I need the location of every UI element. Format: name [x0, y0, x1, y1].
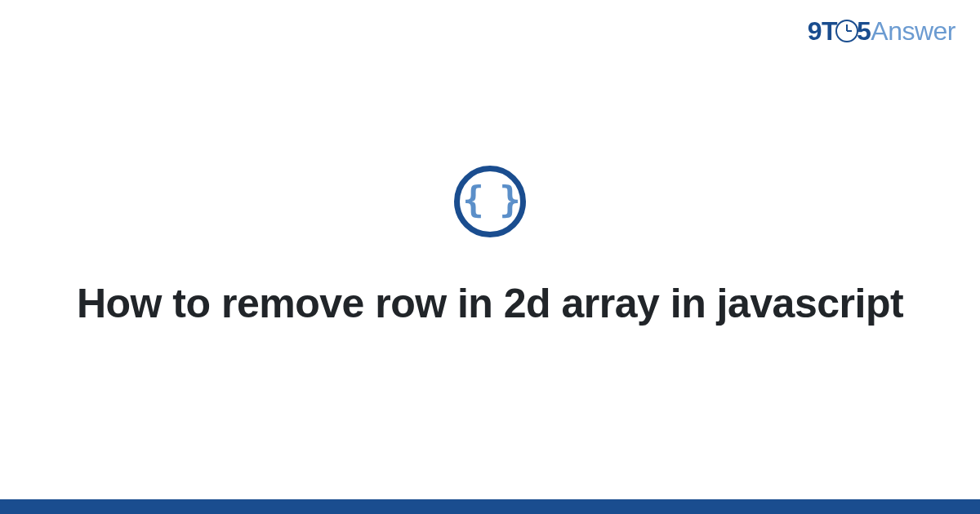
brand-text-5: 5 [857, 16, 871, 46]
site-brand-logo: 9T5Answer [808, 16, 956, 47]
brand-text-answer: Answer [871, 16, 956, 46]
clock-icon [835, 20, 858, 42]
topic-icon-circle: { } [454, 166, 526, 237]
brand-text-9t: 9T [808, 16, 837, 46]
code-braces-icon: { } [462, 182, 517, 218]
footer-accent-bar [0, 499, 980, 514]
main-content: { } How to remove row in 2d array in jav… [0, 166, 980, 332]
page-title: How to remove row in 2d array in javascr… [49, 277, 931, 332]
